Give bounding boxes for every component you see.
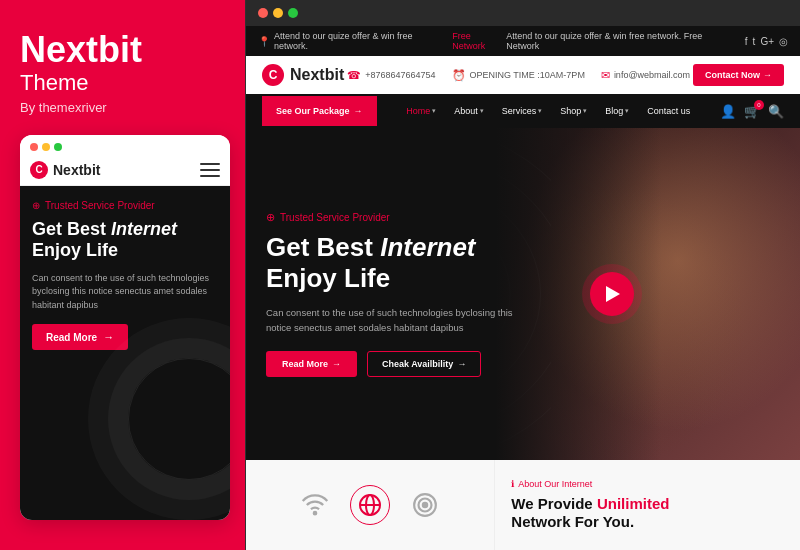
nav-item-about[interactable]: About ▾: [446, 94, 492, 128]
email-info: ✉ info@webmail.com: [601, 69, 690, 82]
wifi-icon: [300, 490, 330, 520]
about-title-end: Network For You.: [511, 513, 634, 530]
announcement-right-text: Attend to our quize offer & win free net…: [506, 31, 737, 51]
check-label: Cheak Availbility: [382, 359, 453, 369]
mobile-hero-title: Get Best Internet Enjoy Life: [32, 219, 218, 262]
instagram-icon[interactable]: ◎: [779, 36, 788, 47]
browser-dots: [258, 8, 298, 18]
browser-dot-yellow: [273, 8, 283, 18]
chevron-down-icon-5: ▾: [625, 107, 629, 115]
nav-item-blog[interactable]: Blog ▾: [597, 94, 637, 128]
arrow-right-icon: →: [332, 359, 341, 369]
about-title: We Provide Unilimited Network For You.: [511, 495, 784, 531]
contact-label: Contact Now: [705, 70, 760, 80]
facebook-icon[interactable]: f: [745, 36, 748, 47]
desktop-hero: ⊕ Trusted Service Provider Get Best Inte…: [246, 128, 800, 460]
chevron-down-icon: ▾: [432, 107, 436, 115]
desktop-hero-desc: Can consent to the use of such technolog…: [266, 305, 526, 335]
read-more-button[interactable]: Read More →: [32, 324, 128, 350]
hamburger-line-3: [200, 175, 220, 177]
desktop-header: C Nextbit ☎ +8768647664754 ⏰ OPENING TIM…: [246, 56, 800, 94]
desktop-hero-content: ⊕ Trusted Service Provider Get Best Inte…: [246, 128, 546, 460]
nav-item-home[interactable]: Home ▾: [398, 94, 444, 128]
hours-info: ⏰ OPENING TIME :10AM-7PM: [452, 69, 585, 82]
mobile-hero: ⊕ Trusted Service Provider Get Best Inte…: [20, 186, 230, 520]
info-icon: ℹ: [511, 479, 514, 489]
mobile-logo-text: Nextbit: [53, 162, 100, 178]
google-plus-icon[interactable]: G+: [760, 36, 774, 47]
desktop-logo-text: Nextbit: [290, 66, 344, 84]
search-icon[interactable]: 🔍: [768, 104, 784, 119]
phone-info: ☎ +8768647664754: [347, 69, 435, 82]
brand-subtitle: Theme: [20, 70, 225, 96]
mobile-trusted-badge: ⊕ Trusted Service Provider: [32, 200, 218, 211]
arrow-icon: →: [103, 331, 114, 343]
mobile-mockup: C Nextbit ⊕ Trusted Service Provider Get…: [20, 135, 230, 520]
hero-title-italic: Internet: [111, 219, 177, 239]
dot-yellow: [42, 143, 50, 151]
hamburger-line-2: [200, 169, 220, 171]
browser-dot-green: [288, 8, 298, 18]
check-availability-button[interactable]: Cheak Availbility →: [367, 351, 481, 377]
svg-point-6: [314, 512, 316, 514]
contact-arrow-icon: →: [763, 70, 772, 80]
desktop-title-italic: Internet: [380, 232, 475, 262]
pin-icon: 📍: [258, 36, 270, 47]
desktop-logo-icon: C: [262, 64, 284, 86]
desktop-hero-title: Get Best Internet Enjoy Life: [266, 232, 526, 294]
about-label-text: About Our Internet: [518, 479, 592, 489]
bottom-icons: [246, 460, 495, 550]
announcement-link[interactable]: Free Network: [452, 31, 506, 51]
mobile-top-bar: [20, 135, 230, 155]
announcement-bar: 📍 Attend to our quize offer & win free n…: [246, 26, 800, 56]
nav-item-shop[interactable]: Shop ▾: [552, 94, 595, 128]
desktop-bottom: ℹ About Our Internet We Provide Unilimit…: [246, 460, 800, 550]
hamburger-icon[interactable]: [200, 163, 220, 177]
chevron-down-icon-2: ▾: [480, 107, 484, 115]
right-panel: 📍 Attend to our quize offer & win free n…: [245, 0, 800, 550]
announcement-left: 📍 Attend to our quize offer & win free n…: [258, 31, 506, 51]
package-arrow-icon: →: [354, 106, 363, 116]
email-text: info@webmail.com: [614, 70, 690, 80]
cart-badge: 0: [754, 100, 764, 110]
contact-button[interactable]: Contact Now →: [693, 64, 784, 86]
header-info: ☎ +8768647664754 ⏰ OPENING TIME :10AM-7P…: [347, 69, 690, 82]
opening-text: OPENING TIME :10AM-7PM: [470, 70, 585, 80]
chevron-down-icon-3: ▾: [538, 107, 542, 115]
desktop-logo: C Nextbit: [262, 64, 344, 86]
user-icon[interactable]: 👤: [720, 104, 736, 119]
mobile-logo-icon: C: [30, 161, 48, 179]
desktop-title-end: Enjoy Life: [266, 263, 390, 293]
desktop-trusted-text: Trusted Service Provider: [280, 212, 390, 223]
clock-icon: ⏰: [452, 69, 466, 82]
phone-icon: ☎: [347, 69, 361, 82]
dot-green: [54, 143, 62, 151]
mobile-trusted-text: Trusted Service Provider: [45, 200, 155, 211]
mobile-dots: [30, 143, 62, 151]
bottom-about: ℹ About Our Internet We Provide Unilimit…: [495, 460, 800, 550]
email-icon: ✉: [601, 69, 610, 82]
play-button[interactable]: [590, 272, 634, 316]
about-label: ℹ About Our Internet: [511, 479, 784, 489]
globe-icon: [350, 485, 390, 525]
announcement-right: Attend to our quize offer & win free net…: [506, 31, 788, 51]
browser-chrome: [246, 0, 800, 26]
desktop-read-more-label: Read More: [282, 359, 328, 369]
brand-title: Nextbit: [20, 30, 225, 70]
mobile-hero-desc: Can consent to the use of such technolog…: [32, 272, 218, 313]
brand-by: By themexriver: [20, 100, 225, 115]
shield-icon: ⊕: [266, 211, 275, 224]
dot-red: [30, 143, 38, 151]
nav-item-services[interactable]: Services ▾: [494, 94, 551, 128]
desktop-read-more-button[interactable]: Read More →: [266, 351, 357, 377]
nav-links: Home ▾ About ▾ Services ▾ Shop ▾ Blog ▾ …: [398, 94, 698, 128]
nav-item-contact[interactable]: Contact us: [639, 94, 698, 128]
browser-dot-red: [258, 8, 268, 18]
cart-icon[interactable]: 🛒 0: [744, 104, 760, 119]
package-button[interactable]: See Our Package →: [262, 96, 377, 126]
nav-icons: 👤 🛒 0 🔍: [720, 104, 784, 119]
twitter-icon[interactable]: t: [753, 36, 756, 47]
hero-title-end: Enjoy Life: [32, 240, 118, 260]
left-panel: Nextbit Theme By themexriver C Nextbit: [0, 0, 245, 550]
arrow-right-icon-2: →: [457, 359, 466, 369]
